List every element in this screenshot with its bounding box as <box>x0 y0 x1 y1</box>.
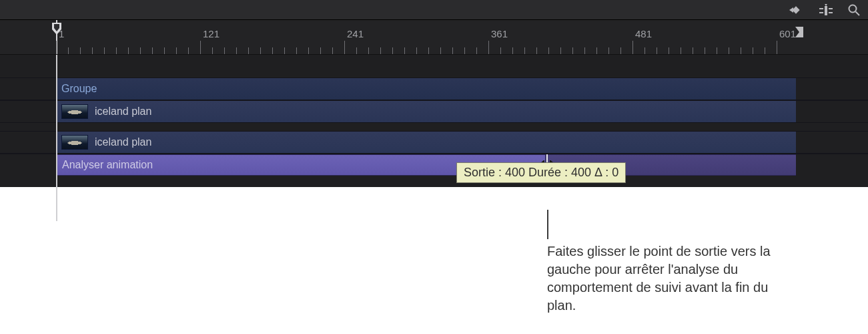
svg-line-10 <box>856 11 860 15</box>
ruler-tick-major <box>56 41 57 54</box>
group-label: Groupe <box>61 83 97 95</box>
ruler-tick-minor <box>368 47 369 54</box>
ruler-tick-minor <box>548 47 549 54</box>
ruler-tick-minor <box>584 47 585 54</box>
ruler-tick-minor <box>681 47 681 54</box>
ruler-label: 1 <box>59 28 64 39</box>
ruler-tick-minor <box>248 47 249 54</box>
ruler-tick-minor <box>236 47 237 54</box>
ruler-tick-minor <box>753 47 753 54</box>
ruler-tick-minor <box>512 47 513 54</box>
svg-point-9 <box>849 5 857 12</box>
ruler-tick-minor <box>188 47 189 54</box>
zoom-search-icon[interactable] <box>848 4 860 16</box>
svg-rect-4 <box>819 8 823 9</box>
svg-rect-6 <box>819 12 823 13</box>
ruler-label: 241 <box>347 28 364 39</box>
ruler-tick-minor <box>284 47 285 54</box>
ruler-tick-minor <box>644 47 645 54</box>
ruler-tick-minor <box>296 47 297 54</box>
clip-thumbnail-icon <box>61 135 88 150</box>
callout-text: Faites glisser le point de sortie vers l… <box>547 242 787 315</box>
ruler-tick-minor <box>560 47 561 54</box>
ruler-tick-minor <box>705 47 705 54</box>
tracks-area: Groupe iceland plan iceland plan Analyse… <box>0 55 868 187</box>
ruler-tick-minor <box>68 47 69 54</box>
ruler-label: 481 <box>635 28 652 39</box>
svg-rect-7 <box>829 12 833 13</box>
ruler-tick-minor <box>308 47 309 54</box>
ruler-label: 361 <box>491 28 508 39</box>
ruler-tick-minor <box>476 47 477 54</box>
trim-tooltip: Sortie : 400 Durée : 400 Δ : 0 <box>456 162 626 183</box>
ruler-tick-minor <box>116 47 117 54</box>
ruler-tick-major <box>488 41 489 54</box>
ruler-tick-minor <box>416 47 417 54</box>
ruler-tick-minor <box>741 47 741 54</box>
timeline-toolbar <box>0 0 868 20</box>
ruler-tick-minor <box>608 47 609 54</box>
behavior-track: Analyser animation <box>0 154 868 176</box>
ruler-tick-minor <box>572 47 573 54</box>
ruler-label: 121 <box>203 28 220 39</box>
ruler-tick-minor <box>356 47 357 54</box>
ruler-tick-minor <box>524 47 525 54</box>
callout-leader <box>547 210 548 239</box>
snap-icon[interactable] <box>819 4 833 16</box>
timeline-ruler[interactable]: 1121241361481601 <box>0 20 868 55</box>
spacer <box>0 55 868 77</box>
svg-rect-3 <box>825 6 827 15</box>
ruler-tick-minor <box>620 47 621 54</box>
ruler-tick-minor <box>176 47 177 54</box>
clip-track-2[interactable]: iceland plan <box>0 131 868 154</box>
gap <box>0 123 868 131</box>
ruler-tick-minor <box>224 47 225 54</box>
ruler-tick-minor <box>693 47 693 54</box>
clip-bar-1[interactable]: iceland plan <box>56 101 796 122</box>
timeline-panel: 1121241361481601 Groupe iceland plan ice… <box>0 0 868 187</box>
ruler-tick-minor <box>92 47 93 54</box>
ruler-label: 601 <box>779 28 796 39</box>
playhead-line <box>56 55 57 221</box>
ruler-tick-minor <box>320 47 321 54</box>
ruler-tick-minor <box>260 47 261 54</box>
ruler-tick-minor <box>164 47 165 54</box>
ruler-tick-minor <box>657 47 657 54</box>
ruler-tick-minor <box>152 47 153 54</box>
clip-track-1[interactable]: iceland plan <box>0 100 868 123</box>
ruler-tick-minor <box>440 47 441 54</box>
ruler-tick-minor <box>729 47 729 54</box>
ruler-tick-minor <box>392 47 393 54</box>
clip-bar-2[interactable]: iceland plan <box>56 132 796 153</box>
ruler-tick-minor <box>669 47 669 54</box>
ruler-tick-minor <box>464 47 465 54</box>
ruler-tick-minor <box>380 47 381 54</box>
keyframe-nav-icon[interactable] <box>785 5 804 15</box>
svg-marker-13 <box>795 27 803 37</box>
clip-label: iceland plan <box>95 106 151 118</box>
ruler-tick-minor <box>452 47 453 54</box>
tooltip-text: Sortie : 400 Durée : 400 Δ : 0 <box>464 166 618 179</box>
group-bar[interactable]: Groupe <box>56 78 796 100</box>
group-track[interactable]: Groupe <box>0 77 868 100</box>
ruler-tick-minor <box>332 47 333 54</box>
ruler-tick-minor <box>536 47 537 54</box>
ruler-tick-minor <box>140 47 141 54</box>
svg-rect-5 <box>829 8 833 9</box>
ruler-tick-minor <box>128 47 129 54</box>
clip-label: iceland plan <box>95 136 151 148</box>
ruler-tick-minor <box>717 47 717 54</box>
ruler-tick-major <box>777 41 777 54</box>
ruler-tick-minor <box>212 47 213 54</box>
ruler-tick-minor <box>765 47 765 54</box>
ruler-tick-major <box>344 41 345 54</box>
ruler-tick-minor <box>272 47 273 54</box>
ruler-tick-minor <box>404 47 405 54</box>
clip-thumbnail-icon <box>61 104 88 119</box>
ruler-tick-minor <box>596 47 597 54</box>
svg-marker-8 <box>825 4 827 6</box>
ruler-tick-minor <box>500 47 501 54</box>
ruler-tick-major <box>200 41 201 54</box>
behavior-label: Analyser animation <box>62 159 153 171</box>
ruler-tick-major <box>632 41 633 54</box>
